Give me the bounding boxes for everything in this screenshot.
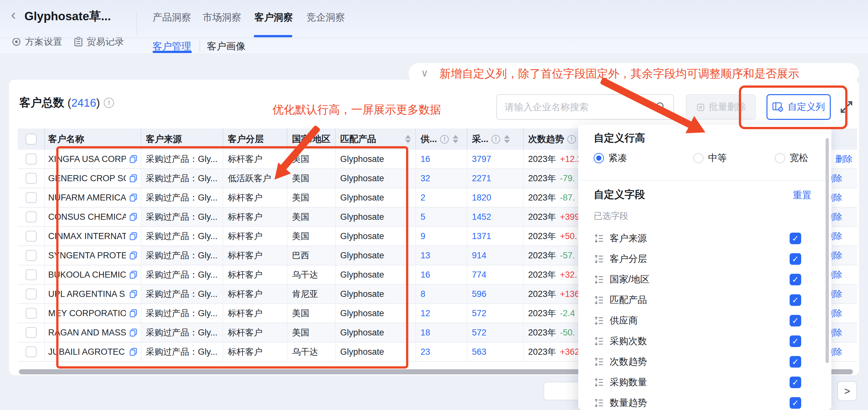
field-checkbox[interactable] [789, 233, 801, 244]
supplier-count-link[interactable]: 16 [421, 270, 430, 280]
row-checkbox[interactable] [26, 346, 37, 357]
purchase-count-link[interactable]: 2271 [472, 174, 491, 183]
purchase-count-link[interactable]: 572 [472, 309, 486, 318]
copy-icon[interactable] [129, 328, 137, 337]
field-checkbox[interactable] [789, 356, 801, 368]
custom-columns-button[interactable]: 自定义列 [767, 94, 831, 120]
col-header-product[interactable]: 匹配产品 [336, 128, 416, 150]
drag-handle-icon[interactable] [594, 377, 604, 387]
supplier-count-link[interactable]: 5 [421, 212, 425, 222]
subtab-customer-profile[interactable]: 客户画像 [207, 40, 245, 53]
copy-icon[interactable] [129, 174, 137, 182]
trade-records-link[interactable]: 贸易记录 [74, 35, 124, 48]
drag-handle-icon[interactable] [594, 336, 604, 346]
field-checkbox[interactable] [789, 335, 801, 347]
supplier-count-link[interactable]: 13 [421, 251, 430, 261]
supplier-count-link[interactable]: 18 [421, 328, 430, 338]
row-checkbox[interactable] [26, 173, 37, 184]
next-page-button[interactable]: > [837, 381, 857, 401]
field-checkbox[interactable] [789, 294, 801, 306]
radio-medium[interactable]: 中等 [693, 152, 727, 165]
drag-handle-icon[interactable] [594, 398, 604, 408]
col-header-source[interactable]: 客户来源 [141, 128, 223, 150]
field-checkbox[interactable] [789, 315, 801, 326]
col-header-tier[interactable]: 客户分层 [223, 128, 287, 150]
row-checkbox[interactable] [26, 211, 37, 222]
purchase-count-link[interactable]: 1371 [472, 231, 491, 241]
trend-year: 2023年 [528, 269, 556, 281]
copy-icon[interactable] [129, 232, 137, 240]
row-checkbox[interactable] [26, 192, 37, 203]
panel-scrollbar-thumb[interactable] [826, 138, 829, 363]
search-input[interactable] [505, 102, 655, 113]
purchase-count-link[interactable]: 914 [472, 251, 486, 261]
collapse-chevron-icon[interactable]: ∨ [421, 67, 428, 79]
radio-loose[interactable]: 宽松 [775, 152, 808, 165]
matched-product: Glyphosate [340, 309, 384, 318]
purchase-count-link[interactable]: 1820 [472, 193, 491, 203]
drag-handle-icon[interactable] [594, 357, 604, 367]
row-checkbox[interactable] [26, 250, 37, 261]
copy-icon[interactable] [129, 348, 137, 356]
row-checkbox[interactable] [26, 308, 37, 319]
col-header-country[interactable]: 国家/地区 [287, 128, 336, 150]
copy-icon[interactable] [129, 251, 137, 260]
col-header-supplier[interactable]: 供... [416, 128, 467, 150]
country: 美国 [292, 327, 309, 338]
tab-market-insight[interactable]: 市场洞察 [203, 11, 241, 24]
supplier-count-link[interactable]: 23 [421, 347, 430, 357]
field-checkbox[interactable] [789, 253, 801, 265]
drag-handle-icon[interactable] [594, 233, 604, 243]
row-checkbox[interactable] [26, 327, 37, 338]
sort-icon[interactable] [504, 135, 510, 143]
row-checkbox[interactable] [26, 269, 37, 280]
field-checkbox[interactable] [789, 274, 801, 285]
search-icon[interactable] [655, 101, 666, 113]
copy-icon[interactable] [129, 309, 137, 318]
tab-competitor-insight[interactable]: 竞企洞察 [307, 11, 345, 24]
tab-product-insight[interactable]: 产品洞察 [153, 11, 191, 24]
sort-icon[interactable] [405, 135, 411, 143]
subtab-divider [199, 41, 200, 52]
copy-icon[interactable] [129, 213, 137, 221]
supplier-count-link[interactable]: 8 [421, 289, 425, 299]
copy-icon[interactable] [129, 155, 137, 163]
copy-icon[interactable] [129, 194, 137, 202]
supplier-count-link[interactable]: 2 [421, 193, 425, 203]
field-checkbox[interactable] [789, 377, 801, 388]
purchase-count-link[interactable]: 774 [472, 270, 486, 280]
drag-handle-icon[interactable] [594, 274, 604, 285]
customer-tier: 标杆客户 [228, 211, 262, 223]
purchase-count-link[interactable]: 596 [472, 289, 486, 299]
supplier-count-link[interactable]: 9 [421, 231, 425, 241]
copy-icon[interactable] [129, 290, 137, 298]
purchase-count-link[interactable]: 572 [472, 328, 486, 338]
tab-customer-insight[interactable]: 客户洞察 [254, 11, 293, 24]
fullscreen-icon[interactable] [839, 99, 854, 114]
reset-link[interactable]: 重置 [793, 189, 811, 202]
row-checkbox[interactable] [26, 231, 37, 242]
drag-handle-icon[interactable] [594, 316, 604, 326]
row-checkbox[interactable] [26, 289, 37, 299]
col-header-name[interactable]: 客户名称 [45, 128, 141, 150]
col-header-purchase[interactable]: 采... [467, 128, 524, 150]
supplier-count-link[interactable]: 16 [421, 154, 430, 164]
select-all-checkbox[interactable] [26, 134, 37, 145]
field-checkbox[interactable] [789, 397, 801, 409]
purchase-count-link[interactable]: 1452 [472, 212, 491, 222]
plan-settings-link[interactable]: 方案设置 [11, 35, 62, 48]
delete-link[interactable]: 删除 [835, 153, 852, 165]
drag-handle-icon[interactable] [594, 295, 604, 305]
supplier-count-link[interactable]: 32 [421, 174, 430, 183]
trend-value: -2.4 [560, 309, 575, 318]
row-checkbox[interactable] [26, 154, 37, 165]
sort-icon[interactable] [453, 135, 458, 143]
radio-compact[interactable]: 紧凑 [594, 152, 627, 165]
drag-handle-icon[interactable] [594, 254, 604, 264]
batch-delete-button[interactable]: 批量删除 [686, 94, 756, 120]
back-chevron-icon[interactable]: ‹ [11, 7, 16, 22]
copy-icon[interactable] [129, 270, 137, 279]
purchase-count-link[interactable]: 3797 [472, 154, 491, 164]
purchase-count-link[interactable]: 563 [472, 347, 486, 357]
supplier-count-link[interactable]: 12 [421, 309, 430, 318]
